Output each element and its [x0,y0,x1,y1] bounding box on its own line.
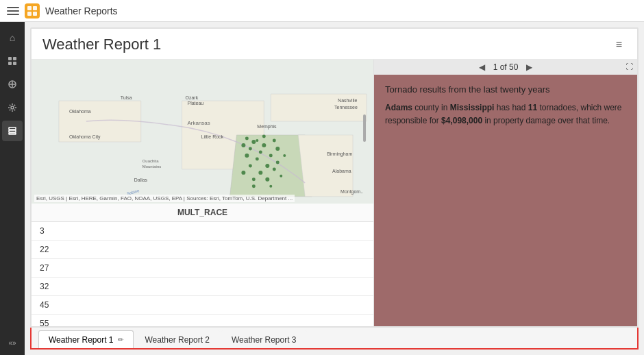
tab-weather-report-2[interactable]: Weather Report 2 [135,330,221,348]
table-row[interactable]: 32 [32,278,373,296]
damage-amount: $4,098,000 [441,116,482,125]
svg-text:Little Rock: Little Rock [201,134,224,139]
sidebar-pages-icon[interactable] [2,51,23,71]
table-row[interactable]: 22 [32,241,373,259]
table-row[interactable]: 27 [32,259,373,278]
svg-point-51 [262,134,266,138]
sidebar-collapse-icon[interactable]: «» [2,336,23,350]
tornado-title: Tornado results from the last twenty yea… [385,84,626,95]
data-table[interactable]: MULT_RACE 3 22 27 32 45 55 59 [32,204,373,326]
svg-point-39 [262,143,266,147]
svg-point-36 [259,150,262,154]
svg-point-42 [249,164,252,167]
svg-text:Alabama: Alabama [332,169,351,173]
svg-text:Tulsa: Tulsa [121,95,132,100]
table-row[interactable]: 55 [32,315,373,326]
tornado-content: Tornado results from the last twenty yea… [374,75,637,326]
svg-point-33 [241,143,245,147]
svg-point-54 [280,175,282,178]
sidebar-circle-icon[interactable] [2,74,23,95]
damage-suffix: in property damage over that time. [482,116,610,125]
tab-weather-report-3[interactable]: Weather Report 3 [221,330,307,348]
left-panel: Tulsa Oklahoma Oklahoma City Ozark Plate… [32,60,374,326]
expand-icon[interactable]: ⛶ [626,62,633,71]
svg-point-53 [273,138,276,142]
svg-text:Memphis: Memphis [257,124,277,130]
svg-text:Oklahoma City: Oklahoma City [69,134,101,140]
svg-rect-4 [8,57,12,60]
svg-rect-1 [33,6,37,10]
app-title: Weather Reports [45,5,118,16]
svg-rect-3 [33,12,37,16]
report-body: Tulsa Oklahoma Oklahoma City Ozark Plate… [32,60,637,326]
app-logo [25,3,40,19]
tab-label-1: Weather Report 1 [49,335,114,345]
svg-text:Ouachita: Ouachita [143,159,160,163]
report-title: Weather Report 1 [42,36,161,53]
map-area[interactable]: Tulsa Oklahoma Oklahoma City Ozark Plate… [32,60,373,204]
right-panel: ◀ 1 of 50 ▶ ⛶ Tornado results from the l… [374,60,637,326]
svg-text:Montgom..: Montgom.. [340,189,363,195]
svg-rect-6 [8,62,12,65]
svg-point-11 [11,106,14,109]
svg-text:Nashville: Nashville [338,98,357,103]
svg-point-38 [256,157,259,160]
table-column-header: MULT_RACE [32,204,373,222]
svg-point-50 [275,147,280,151]
svg-point-56 [269,185,272,188]
tab-edit-icon-1[interactable]: ✏ [118,336,123,343]
svg-point-35 [251,140,256,144]
hamburger-menu-icon[interactable] [7,5,19,17]
svg-rect-0 [27,6,32,10]
pagination-label: 1 of 50 [493,62,519,72]
svg-rect-14 [9,133,16,134]
svg-point-46 [252,178,256,181]
next-page-arrow[interactable]: ▶ [523,62,535,72]
main-layout: ⌂ [0,22,644,355]
svg-text:Oklahoma: Oklahoma [69,109,91,114]
svg-point-48 [276,160,280,164]
svg-point-49 [245,136,249,140]
svg-point-55 [252,184,256,188]
svg-text:Birmingham: Birmingham [327,151,352,157]
svg-point-57 [283,154,286,157]
sidebar-settings-icon[interactable] [2,97,23,118]
prev-page-arrow[interactable]: ◀ [476,62,488,72]
tab-label-2: Weather Report 2 [145,335,210,345]
tab-weather-report-1[interactable]: Weather Report 1 ✏ [38,330,134,348]
content-area: Weather Report 1 ≡ [25,22,644,355]
svg-rect-2 [27,12,32,16]
svg-rect-7 [13,62,16,65]
svg-text:Plateau: Plateau [188,101,204,106]
pagination-bar: ◀ 1 of 50 ▶ ⛶ [374,60,637,75]
report-container: Weather Report 1 ≡ [30,27,639,328]
report-header: Weather Report 1 ≡ [32,29,637,60]
svg-rect-58 [363,114,366,142]
svg-point-37 [245,154,249,158]
table-row[interactable]: 45 [32,296,373,315]
sidebar-bottom: «» [2,336,23,350]
sidebar-layers-icon[interactable] [2,121,23,141]
svg-point-40 [269,154,273,157]
tabs-bar: Weather Report 1 ✏ Weather Report 2 Weat… [30,328,639,350]
state-name: Mississippi [450,103,495,112]
svg-point-43 [258,171,262,175]
tab-label-3: Weather Report 3 [232,335,297,345]
sidebar: ⌂ [0,22,25,355]
svg-point-44 [273,167,276,171]
tornado-description: Adams county in Mississippi has had 11 t… [385,101,626,127]
svg-text:Dallas: Dallas [134,178,148,182]
svg-text:Arkansas: Arkansas [188,120,210,126]
svg-point-47 [265,178,269,182]
svg-rect-5 [13,57,16,60]
table-row[interactable]: 3 [32,222,373,241]
sidebar-home-icon[interactable]: ⌂ [2,27,23,48]
svg-rect-13 [9,130,16,132]
title-bar: Weather Reports [0,0,644,22]
svg-text:Mountains: Mountains [143,164,162,169]
svg-rect-12 [9,127,16,130]
svg-point-34 [249,147,252,150]
svg-text:Tennessee: Tennessee [334,105,358,110]
report-menu-icon[interactable]: ≡ [612,37,626,52]
tornado-count: 11 [528,103,537,112]
